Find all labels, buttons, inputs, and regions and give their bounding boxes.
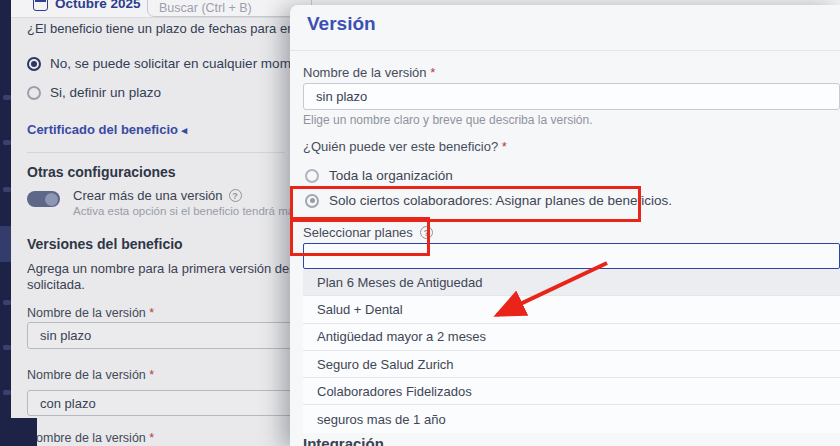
- period-selector[interactable]: Octubre 2025: [55, 0, 141, 11]
- dropdown-option[interactable]: Seguro de Salud Zurich: [303, 351, 840, 378]
- dropdown-option[interactable]: Antigüedad mayor a 2 meses: [303, 324, 840, 351]
- version-name-label: Nombre de la versión *: [27, 431, 154, 445]
- toggle-label: Crear más de una versión: [73, 188, 223, 203]
- radio-option-no-deadline[interactable]: No, se puede solicitar en cualquier mome…: [27, 56, 317, 71]
- modal-version-name-input[interactable]: [303, 83, 840, 110]
- benefit-form-panel: ¿El beneficio tiene un plazo de fechas p…: [11, 17, 290, 446]
- required-asterisk: *: [149, 431, 154, 445]
- app-sidebar[interactable]: [0, 0, 11, 446]
- sidebar-icon[interactable]: [3, 300, 11, 305]
- dropdown-option[interactable]: Salud + Dental: [303, 296, 840, 323]
- required-asterisk: *: [430, 65, 435, 80]
- visibility-question-label: ¿Quién puede ver este beneficio? *: [303, 139, 507, 154]
- integration-section-title: Integración: [303, 435, 384, 446]
- collapse-arrow-icon: ◂: [182, 124, 188, 136]
- divider: [290, 50, 840, 51]
- label-text: ¿Quién puede ver este beneficio?: [303, 139, 498, 154]
- radio-label: No, se puede solicitar en cualquier mome…: [50, 56, 317, 71]
- radio-unselected-icon[interactable]: [305, 169, 319, 183]
- sidebar-active-item[interactable]: [0, 226, 11, 262]
- select-plans-input[interactable]: [303, 243, 840, 269]
- sidebar-icon[interactable]: [3, 140, 11, 145]
- versions-desc-line1: Agrega un nombre para la primera versión…: [27, 261, 331, 276]
- sidebar-footer-block: [0, 418, 37, 446]
- label-text: Seleccionar planes: [303, 225, 413, 240]
- versions-title: Versiones del beneficio: [27, 236, 183, 252]
- plans-dropdown-list: Plan 6 Meses de Antiguedad Salud + Denta…: [303, 269, 840, 433]
- required-asterisk: *: [502, 139, 507, 154]
- label-text: Nombre de la versión: [27, 431, 146, 445]
- name-helper-text: Elige un nombre claro y breve que descri…: [303, 113, 593, 127]
- dropdown-option[interactable]: Colaboradores Fidelizados: [303, 378, 840, 405]
- sidebar-icon[interactable]: [3, 390, 11, 395]
- create-more-versions-toggle[interactable]: [27, 191, 60, 207]
- version-name-input-2[interactable]: [27, 390, 295, 416]
- help-icon[interactable]: ?: [420, 226, 433, 239]
- label-text: Nombre de la versión: [27, 306, 146, 320]
- sidebar-icon[interactable]: [3, 345, 11, 350]
- modal-version-name-label: Nombre de la versión *: [303, 65, 435, 80]
- modal-title: Versión: [307, 13, 376, 35]
- calendar-icon[interactable]: [33, 0, 48, 11]
- dropdown-option[interactable]: seguros mas de 1 año: [303, 405, 840, 432]
- help-icon[interactable]: ?: [229, 189, 242, 202]
- label-text: Nombre de la versión: [27, 368, 146, 382]
- radio-label: Solo ciertos colaboradores: Asignar plan…: [329, 193, 672, 208]
- radio-option-certain-collaborators[interactable]: Solo ciertos colaboradores: Asignar plan…: [305, 193, 672, 208]
- search-input[interactable]: [147, 0, 312, 17]
- sidebar-icon[interactable]: [3, 187, 11, 192]
- version-modal: Versión Nombre de la versión * Elige un …: [290, 5, 840, 446]
- radio-option-define-deadline[interactable]: Si, definir un plazo: [27, 85, 161, 100]
- version-name-label: Nombre de la versión *: [27, 368, 154, 382]
- toggle-label-row: Crear más de una versión ?: [73, 188, 242, 203]
- version-name-input-1[interactable]: [27, 322, 295, 349]
- radio-selected-icon[interactable]: [305, 194, 319, 208]
- radio-option-whole-org[interactable]: Toda la organización: [305, 168, 453, 183]
- certificate-link[interactable]: Certificado del beneficio ◂: [27, 122, 187, 137]
- other-settings-title: Otras configuraciones: [27, 164, 176, 180]
- radio-unselected-icon[interactable]: [27, 86, 41, 100]
- radio-label: Si, definir un plazo: [50, 85, 161, 100]
- required-asterisk: *: [149, 368, 154, 382]
- certificate-link-text: Certificado del beneficio: [27, 122, 178, 137]
- divider: [27, 152, 285, 153]
- radio-selected-icon[interactable]: [27, 57, 41, 71]
- label-text: Nombre de la versión: [303, 65, 427, 80]
- sidebar-icon[interactable]: [3, 95, 11, 100]
- select-plans-label: Seleccionar planes ?: [303, 225, 433, 240]
- versions-desc-line2: solicitada.: [27, 277, 85, 292]
- dropdown-option[interactable]: Plan 6 Meses de Antiguedad: [303, 269, 840, 296]
- radio-label: Toda la organización: [329, 168, 453, 183]
- required-asterisk: *: [149, 306, 154, 320]
- version-name-label: Nombre de la versión *: [27, 306, 154, 320]
